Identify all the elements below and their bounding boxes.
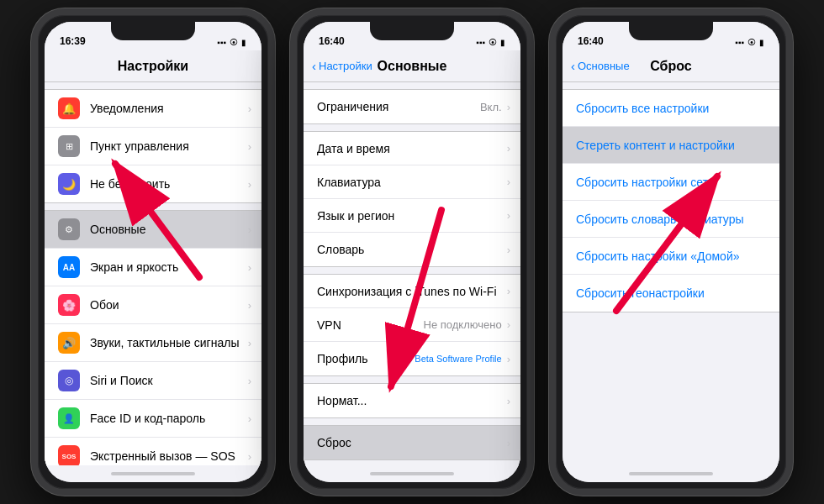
- back-chevron-3: ‹: [571, 59, 575, 73]
- settings-group-1b: ⚙ Основные › AA Экран и яркость › 🌸 Обои…: [45, 210, 261, 465]
- home-bar-2: [370, 472, 454, 475]
- settings-group-2c: Синхронизация с iTunes по Wi-Fi › VPN Не…: [304, 274, 520, 376]
- nav-title-3: Сброс: [650, 59, 691, 74]
- notch-3: [629, 22, 713, 40]
- status-time-3: 16:40: [578, 35, 604, 47]
- reset-network-item[interactable]: Сбросить настройки сети: [563, 164, 779, 201]
- scroll-content-1: 🔔 Уведомления › ⊞ Пункт управления › 🌙 Н…: [45, 82, 261, 465]
- list-item[interactable]: ⊞ Пункт управления ›: [45, 128, 261, 165]
- list-item[interactable]: AA Экран и яркость ›: [45, 249, 261, 286]
- back-button-3[interactable]: ‹ Основные: [571, 59, 630, 73]
- phone-inner-3: 16:40 ▪▪▪ ⦿ ▮ ‹ Основные Сброс Сбро: [563, 22, 779, 482]
- list-item[interactable]: 🔔 Уведомления ›: [45, 90, 261, 128]
- status-time-1: 16:39: [60, 35, 86, 47]
- reset-item[interactable]: Сброс ›: [304, 426, 520, 459]
- list-item[interactable]: Язык и регион ›: [304, 199, 520, 233]
- phone-frame-3: 16:40 ▪▪▪ ⦿ ▮ ‹ Основные Сброс Сбро: [549, 8, 793, 496]
- reset-home-item[interactable]: Сбросить настройки «Домой»: [563, 238, 779, 275]
- nav-title-1: Настройки: [118, 59, 188, 74]
- list-item[interactable]: 🌙 Не беспокоить ›: [45, 165, 261, 202]
- list-item[interactable]: 🔊 Звуки, тактильные сигналы ›: [45, 324, 261, 362]
- phone-inner-2: 16:40 ▪▪▪ ⦿ ▮ ‹ Настройки Основные: [304, 22, 520, 482]
- nav-bar-1: Настройки: [45, 50, 261, 82]
- control-center-icon: ⊞: [58, 135, 80, 157]
- list-item[interactable]: Нормат... ›: [304, 384, 520, 417]
- back-label-2: Настройки: [319, 60, 372, 72]
- wifi-icon-2: ⦿: [489, 38, 497, 47]
- phone-frame-2: 16:40 ▪▪▪ ⦿ ▮ ‹ Настройки Основные: [290, 8, 534, 496]
- profile-item[interactable]: Профиль iOS Beta Software Profile ›: [304, 342, 520, 375]
- faceid-icon: 👤: [58, 407, 80, 429]
- general-item[interactable]: ⚙ Основные ›: [45, 211, 261, 249]
- phone-1: 16:39 ▪▪▪ ⦿ ▮ Настройки 🔔 Уведомления ›: [31, 8, 275, 496]
- list-item[interactable]: SOS Экстренный вызов — SOS ›: [45, 438, 261, 465]
- home-indicator-1: [45, 465, 261, 482]
- erase-item[interactable]: Стереть контент и настройки: [563, 127, 779, 164]
- status-icons-1: ▪▪▪ ⦿ ▮: [217, 38, 246, 47]
- home-bar-1: [111, 472, 195, 475]
- list-item[interactable]: 🌸 Обои ›: [45, 286, 261, 324]
- notch-2: [370, 22, 454, 40]
- sos-icon: SOS: [58, 445, 80, 465]
- battery-icon: ▮: [241, 38, 246, 47]
- list-item[interactable]: Словарь ›: [304, 233, 520, 266]
- signal-icon-3: ▪▪▪: [735, 38, 744, 47]
- dnd-icon: 🌙: [58, 173, 80, 195]
- wifi-icon: ⦿: [230, 38, 238, 47]
- general-icon: ⚙: [58, 218, 80, 240]
- phone-inner-1: 16:39 ▪▪▪ ⦿ ▮ Настройки 🔔 Уведомления ›: [45, 22, 261, 482]
- reset-location-item[interactable]: Сбросить геонастройки: [563, 275, 779, 312]
- list-item[interactable]: 👤 Face ID и код-пароль ›: [45, 400, 261, 438]
- settings-group-2e: Сброс ›: [304, 425, 520, 460]
- restrictions-item[interactable]: Ограничения Вкл. ›: [304, 90, 520, 123]
- display-icon: AA: [58, 256, 80, 278]
- nav-bar-2: ‹ Настройки Основные: [304, 50, 520, 82]
- status-icons-2: ▪▪▪ ⦿ ▮: [476, 38, 505, 47]
- back-chevron-2: ‹: [312, 59, 316, 73]
- list-item[interactable]: ◎ Siri и Поиск ›: [45, 362, 261, 400]
- wifi-icon-3: ⦿: [747, 38, 756, 47]
- signal-icon: ▪▪▪: [217, 38, 226, 47]
- reset-options-group: Сбросить все настройки Стереть контент и…: [563, 89, 779, 312]
- list-item[interactable]: Синхронизация с iTunes по Wi-Fi ›: [304, 275, 520, 308]
- vpn-item[interactable]: VPN Не подключено ›: [304, 308, 520, 342]
- notifications-icon: 🔔: [58, 97, 80, 119]
- home-indicator-3: [563, 465, 779, 482]
- status-icons-3: ▪▪▪ ⦿ ▮: [735, 38, 764, 47]
- scroll-content-3: Сбросить все настройки Стереть контент и…: [563, 82, 779, 465]
- status-time-2: 16:40: [319, 35, 345, 47]
- phone-frame-1: 16:39 ▪▪▪ ⦿ ▮ Настройки 🔔 Уведомления ›: [31, 8, 275, 496]
- back-label-3: Основные: [578, 60, 630, 72]
- list-item[interactable]: Дата и время ›: [304, 132, 520, 165]
- list-item[interactable]: Клавиатура ›: [304, 165, 520, 199]
- battery-icon-2: ▮: [500, 38, 505, 47]
- settings-group-2b: Дата и время › Клавиатура › Язык и регио…: [304, 131, 520, 267]
- phone-2: 16:40 ▪▪▪ ⦿ ▮ ‹ Настройки Основные: [290, 8, 534, 496]
- phone-3: 16:40 ▪▪▪ ⦿ ▮ ‹ Основные Сброс Сбро: [549, 8, 793, 496]
- battery-icon-3: ▮: [759, 38, 764, 47]
- settings-group-1a: 🔔 Уведомления › ⊞ Пункт управления › 🌙 Н…: [45, 89, 261, 203]
- wallpaper-icon: 🌸: [58, 294, 80, 316]
- siri-icon: ◎: [58, 370, 80, 391]
- nav-bar-3: ‹ Основные Сброс: [563, 50, 779, 82]
- notch-1: [111, 22, 195, 40]
- sounds-icon: 🔊: [58, 332, 80, 354]
- scroll-content-2: Ограничения Вкл. › Дата и время › Клавиа…: [304, 82, 520, 465]
- home-indicator-2: [304, 465, 520, 482]
- settings-group-2a: Ограничения Вкл. ›: [304, 89, 520, 124]
- reset-all-item[interactable]: Сбросить все настройки: [563, 90, 779, 127]
- back-button-2[interactable]: ‹ Настройки: [312, 59, 372, 73]
- nav-title-2: Основные: [378, 59, 447, 74]
- reset-keyboard-item[interactable]: Сбросить словарь клавиатуры: [563, 201, 779, 238]
- settings-group-2d: Нормат... ›: [304, 383, 520, 418]
- signal-icon-2: ▪▪▪: [476, 38, 485, 47]
- home-bar-3: [629, 472, 713, 475]
